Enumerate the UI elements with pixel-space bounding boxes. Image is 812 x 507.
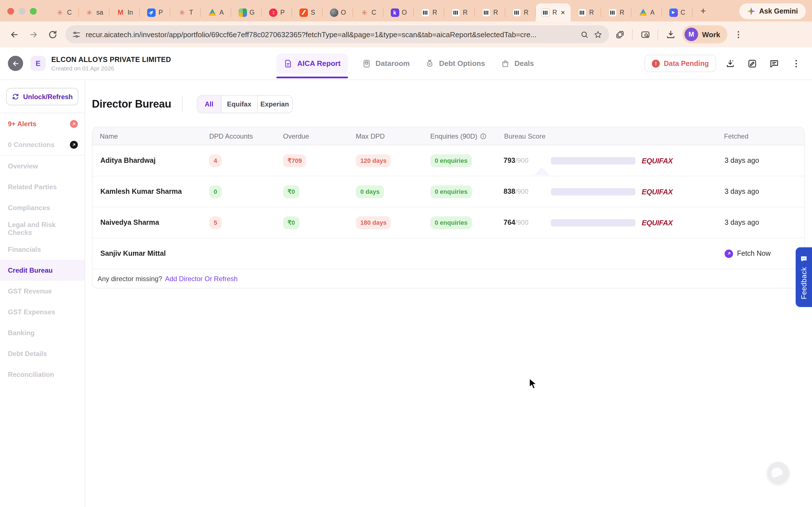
reload-icon	[48, 30, 57, 39]
sidebar-item-reconciliation[interactable]: Reconciliation	[0, 364, 85, 385]
downloads-button[interactable]	[662, 26, 679, 43]
column-header-name: Name	[93, 132, 202, 140]
browser-tab[interactable]: G	[231, 3, 262, 21]
browser-tab[interactable]: In	[109, 3, 140, 21]
profile-chip[interactable]: M Work	[682, 25, 728, 43]
sidebar-item-credit-bureau[interactable]: Credit Bureau	[0, 260, 85, 281]
extensions-button[interactable]	[611, 26, 628, 43]
tab-favicon	[56, 8, 64, 17]
browser-tab[interactable]: P	[262, 3, 292, 21]
browser-tab[interactable]: R	[475, 3, 505, 21]
browser-tab[interactable]: sa	[79, 3, 109, 21]
browser-tab[interactable]: P	[140, 3, 170, 21]
new-tab-button[interactable]: +	[697, 5, 709, 16]
page-menu-button[interactable]	[788, 55, 804, 71]
page-body: Unlock/Refresh 9+ Alerts 0 Connections	[0, 80, 812, 507]
arrow-left-icon	[11, 59, 19, 67]
mouse-cursor	[529, 378, 538, 390]
back-button[interactable]	[6, 26, 22, 43]
chat-launcher[interactable]	[767, 462, 789, 483]
sidebar-item-compliances[interactable]: Compliances	[0, 197, 85, 218]
window-close-button[interactable]	[7, 8, 14, 15]
section-title-row: Director Bureau All Equifax Experian	[92, 96, 805, 113]
browser-tab[interactable]: T	[170, 3, 201, 21]
sidebar-item-related-parties[interactable]: Related Parties	[0, 176, 85, 197]
document-icon	[284, 59, 293, 68]
tab-label: O	[402, 9, 407, 16]
sidebar-item-alerts[interactable]: 9+ Alerts	[0, 113, 85, 134]
sidebar-item-overview[interactable]: Overview	[0, 156, 85, 176]
sidebar-item-banking[interactable]: Banking	[0, 322, 85, 343]
profile-label: Work	[702, 30, 720, 39]
browser-tab[interactable]: R	[444, 3, 475, 21]
data-pending-badge[interactable]: ! Data Pending	[645, 55, 716, 72]
browser-tab[interactable]: C	[49, 3, 79, 21]
url-bar[interactable]: recur.aicatech.in/investor/app/portfolio…	[65, 25, 609, 43]
tab-debt-options[interactable]: Debt Options	[424, 53, 487, 73]
search-icon[interactable]	[580, 30, 589, 39]
tab-deals[interactable]: Deals	[499, 53, 536, 73]
comment-icon	[769, 58, 779, 68]
fetch-now-icon	[725, 249, 733, 258]
tab-label: A	[650, 9, 654, 16]
feedback-tab[interactable]: Feedback	[796, 247, 812, 307]
browser-tab[interactable]: O	[322, 3, 353, 21]
browser-tab[interactable]: C	[353, 3, 384, 21]
filter-tab-all[interactable]: All	[197, 96, 221, 113]
reload-button[interactable]	[44, 26, 61, 43]
external-arrow-icon	[70, 140, 78, 149]
tab-favicon	[360, 8, 369, 17]
browser-tab[interactable]: O	[384, 3, 414, 21]
site-settings-icon[interactable]	[72, 30, 81, 39]
bureau-score-cell: 793/900 EQUIFAX	[497, 156, 717, 165]
filter-tab-experian[interactable]: Experian	[257, 96, 292, 113]
browser-tab[interactable]: C	[662, 3, 693, 21]
add-director-link[interactable]: Add Director Or Refresh	[165, 275, 238, 283]
window-zoom-button[interactable]	[30, 8, 37, 15]
sidebar-item-debt-details[interactable]: Debt Details	[0, 343, 85, 364]
info-icon[interactable]	[480, 133, 487, 139]
director-name: Sanjiv Kumar Mittal	[93, 249, 202, 258]
forward-button[interactable]	[25, 26, 42, 43]
window-minimize-button[interactable]	[18, 8, 26, 15]
value-pill: 180 days	[356, 216, 391, 229]
comments-button[interactable]	[766, 55, 782, 71]
browser-tab[interactable]: R	[601, 3, 631, 21]
browser-tab[interactable]: R	[414, 3, 444, 21]
ask-gemini-button[interactable]: Ask Gemini	[739, 3, 806, 19]
browser-menu-button[interactable]	[730, 26, 747, 43]
tab-aica-report[interactable]: AICA Report	[276, 53, 348, 73]
sidebar-item-connections[interactable]: 0 Connections	[0, 134, 85, 155]
sidebar-item-financials[interactable]: Financials	[0, 239, 85, 260]
edit-button[interactable]	[744, 55, 760, 71]
tab-dataroom[interactable]: Dataroom	[360, 53, 411, 73]
sidebar-item-gst-expenses[interactable]: GST Expenses	[0, 301, 85, 322]
browser-tab[interactable]: A	[631, 3, 662, 21]
bookmark-star-icon[interactable]	[594, 30, 602, 39]
column-header-fetched: Fetched	[717, 132, 804, 140]
equifax-logo: EQUIFAX	[642, 156, 673, 165]
browser-tab[interactable]: R	[571, 3, 601, 21]
tab-label: C	[67, 9, 72, 16]
value-pill: ₹0	[283, 216, 299, 229]
url-text[interactable]: recur.aicatech.in/investor/app/portfolio…	[86, 30, 575, 39]
browser-tab[interactable]: A	[201, 3, 231, 21]
page-back-button[interactable]	[8, 56, 23, 71]
browser-tab[interactable]: R	[505, 3, 536, 21]
tab-label: R	[620, 9, 624, 16]
tab-label: R	[524, 9, 529, 16]
overdue-cell: ₹0	[276, 216, 349, 229]
sidebar-item-legal-and-risk-checks[interactable]: Legal and Risk Checks	[0, 218, 85, 239]
tab-close-button[interactable]: ✕	[560, 9, 565, 15]
export-button[interactable]	[722, 55, 738, 71]
director-bureau-section: Director Bureau All Equifax Experian Nam…	[85, 80, 812, 507]
kebab-icon	[733, 30, 743, 39]
search-tabs-button[interactable]	[637, 26, 654, 43]
browser-tab[interactable]: R ✕	[536, 3, 571, 21]
filter-tab-equifax[interactable]: Equifax	[221, 96, 257, 113]
tab-favicon	[299, 8, 308, 17]
unlock-refresh-button[interactable]: Unlock/Refresh	[6, 88, 79, 105]
browser-tab[interactable]: S	[292, 3, 322, 21]
sidebar-item-gst-revenue[interactable]: GST Revenue	[0, 281, 85, 301]
fetch-now-button[interactable]: Fetch Now	[717, 249, 804, 258]
